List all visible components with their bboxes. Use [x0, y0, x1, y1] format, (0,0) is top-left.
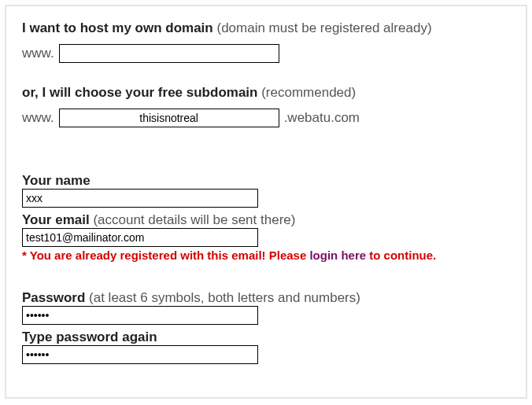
email-error: * You are already registered with this e…: [22, 249, 510, 262]
password-label: Password (at least 6 symbols, both lette…: [22, 290, 510, 306]
login-here-link[interactable]: login here: [309, 249, 366, 262]
own-domain-heading-bold: I want to host my own domain: [22, 20, 213, 35]
email-label-note: (account details will be sent there): [93, 212, 295, 227]
subdomain-heading: or, I will choose your free subdomain (r…: [22, 85, 510, 101]
signup-panel: I want to host my own domain (domain mus…: [5, 5, 527, 399]
email-error-suffix: to continue.: [366, 249, 436, 262]
own-domain-heading-note: (domain must be registered already): [216, 20, 431, 35]
password-label-note: (at least 6 symbols, both letters and nu…: [89, 290, 360, 305]
password2-label: Type password again: [22, 330, 510, 345]
name-label-bold: Your name: [22, 173, 91, 188]
own-domain-input[interactable]: [59, 44, 279, 63]
email-input[interactable]: [22, 228, 258, 247]
subdomain-heading-note: (recommended): [261, 85, 356, 100]
name-label: Your name: [22, 173, 510, 189]
subdomain-heading-bold: or, I will choose your free subdomain: [22, 85, 257, 100]
subdomain-suffix: .webatu.com: [284, 110, 360, 126]
password-label-bold: Password: [22, 290, 85, 305]
password2-label-bold: Type password again: [22, 330, 157, 344]
subdomain-input[interactable]: [59, 109, 279, 127]
email-label: Your email (account details will be sent…: [22, 212, 510, 228]
subdomain-prefix: www.: [22, 110, 54, 126]
email-label-bold: Your email: [22, 212, 90, 227]
password-input[interactable]: [22, 306, 258, 325]
subdomain-row: www. .webatu.com: [22, 109, 510, 127]
password2-input[interactable]: [22, 345, 258, 364]
own-domain-prefix: www.: [22, 46, 54, 61]
name-input[interactable]: [22, 189, 258, 208]
own-domain-row: www.: [22, 44, 510, 63]
email-error-prefix: * You are already registered with this e…: [22, 249, 309, 262]
own-domain-heading: I want to host my own domain (domain mus…: [22, 20, 510, 36]
